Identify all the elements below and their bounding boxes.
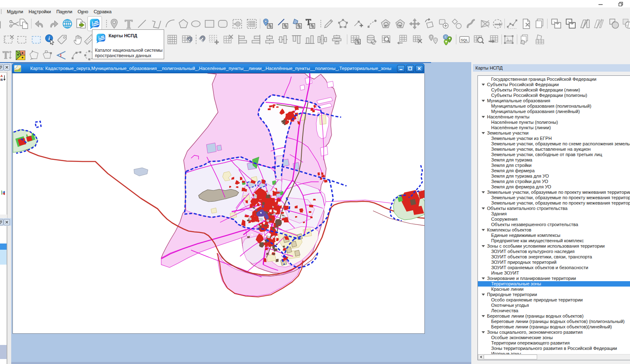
tree-group[interactable]: Комплексы объектов — [478, 227, 630, 233]
arc-button[interactable] — [163, 17, 177, 31]
tree-item[interactable]: Населённые пункты (полигоны) — [478, 120, 630, 125]
bowtie-button[interactable] — [478, 17, 492, 31]
tree-item[interactable]: Береговые линии (границы водных объектов… — [478, 324, 630, 330]
left-panel2-subselected-rows[interactable] — [0, 250, 7, 265]
tree-horizontal-scrollbar[interactable] — [478, 354, 630, 360]
tag-button[interactable] — [56, 32, 69, 46]
tree-item[interactable]: ЗОУИТ охраняемых объектов и безопасности — [478, 265, 630, 270]
line-button[interactable] — [135, 17, 149, 31]
table-search-button[interactable] — [380, 32, 393, 46]
tree-item[interactable]: ЗОУИТ объектов культурного наследия — [478, 249, 630, 254]
menu-item[interactable]: Справка — [91, 8, 114, 15]
select-shape-button[interactable] — [230, 17, 244, 31]
move-button[interactable] — [408, 17, 422, 31]
map-close-button[interactable] — [415, 65, 423, 72]
duplicate-button[interactable] — [437, 17, 451, 31]
tree-item[interactable]: Земля для фермера для УО — [478, 184, 630, 190]
pages-button[interactable] — [533, 17, 547, 31]
tree-item[interactable]: Земля для туризма — [478, 157, 630, 163]
tree-group[interactable]: Субъекты Российской Федерации — [478, 82, 630, 87]
combine-copy2-button[interactable] — [564, 17, 578, 31]
tree-item[interactable]: Территориальные зоны — [478, 281, 630, 287]
tree-item[interactable]: Территории опережающего развития — [478, 340, 630, 346]
tree-item[interactable]: Государственная граница Российской Федер… — [478, 77, 630, 82]
angle-button[interactable] — [54, 48, 68, 62]
collapse-arrow-icon[interactable] — [482, 132, 485, 134]
table-delete-button[interactable] — [411, 32, 424, 46]
polygon-table-button[interactable] — [533, 32, 547, 46]
tree-item[interactable]: ЗОУИТ объектов энергетики, связи, трансп… — [478, 254, 630, 260]
line-style-button[interactable] — [276, 17, 290, 31]
tree-item[interactable]: Земельные участки, образуемые по проекту… — [478, 200, 630, 206]
rotate-left-polygon-button[interactable] — [379, 17, 393, 31]
export-page-button[interactable] — [74, 17, 88, 31]
align-vcenter-button[interactable] — [276, 32, 290, 46]
tree-item[interactable]: Особо охраняемые природные территории — [478, 297, 630, 303]
left-panel2-content[interactable] — [0, 226, 7, 364]
distribute-h-button[interactable] — [315, 32, 329, 46]
diamond-circle-button[interactable] — [450, 17, 464, 31]
table-shift-button[interactable] — [395, 32, 409, 46]
tree-item[interactable]: Предприятие как имущественный комплекс — [478, 238, 630, 243]
menu-item[interactable]: Модули — [4, 8, 26, 15]
tree-item[interactable]: Земля для стройки для УО — [478, 179, 630, 184]
pages-polygon-button[interactable] — [518, 32, 531, 46]
text-updown-button[interactable] — [0, 48, 14, 62]
tree-group[interactable]: Береговые линии (границы водных объектов… — [478, 313, 630, 319]
grid-magnet-button[interactable] — [180, 32, 194, 46]
left-panel1-restore-icon[interactable] — [0, 64, 3, 70]
link-nodes-button[interactable] — [365, 17, 379, 31]
combine-copy-button[interactable] — [550, 17, 563, 31]
tree-item[interactable]: Здания — [478, 211, 630, 217]
polygon-button[interactable] — [177, 17, 190, 31]
distribute-v-button[interactable] — [330, 32, 344, 46]
left-panel1-content[interactable] — [0, 83, 7, 215]
map-canvas[interactable] — [12, 73, 425, 334]
tree-item[interactable]: Субъекты Российской Федерации (полигоны) — [478, 93, 630, 98]
polygon-direction-button[interactable] — [27, 48, 41, 62]
round-rect-button[interactable] — [216, 17, 230, 31]
copy-button[interactable] — [17, 17, 31, 31]
tree-item[interactable]: Особые экономические зоны — [478, 335, 630, 340]
tree-item[interactable]: Объекты незавершенного строительства — [478, 222, 630, 227]
tree-item[interactable]: Сооружения — [478, 217, 630, 222]
collapse-arrow-icon[interactable] — [482, 315, 485, 317]
graph-nodes-button[interactable] — [505, 17, 519, 31]
sort-ab-button[interactable]: A B — [0, 72, 7, 84]
tree-item[interactable]: Земельные участки, свободные от прав тре… — [478, 152, 630, 157]
tree-item[interactable]: Населённые пункты (линии) — [478, 125, 630, 130]
menu-item[interactable]: Окно — [75, 8, 91, 15]
rotate-shape-button[interactable] — [422, 17, 436, 31]
deselect-button[interactable] — [2, 32, 16, 46]
layers-tool-icon[interactable] — [0, 190, 6, 195]
combine-split-button[interactable] — [579, 17, 592, 31]
magnet-line-button[interactable] — [193, 32, 207, 46]
tree-item[interactable]: Земельные участки из ЕГРН — [478, 136, 630, 141]
select-rect-blue-button[interactable] — [29, 32, 43, 46]
tree-item[interactable]: Красные линии — [478, 287, 630, 292]
tree-item[interactable]: Земельные участки, выставленные на аукци… — [478, 147, 630, 152]
left-panel2-close-icon[interactable] — [4, 219, 10, 225]
grid-button[interactable] — [165, 32, 179, 46]
tree-item[interactable]: Единые недвижимые комплексы — [478, 233, 630, 238]
nspd-panel-header[interactable]: Карты НСПД — [473, 64, 630, 72]
tree-item[interactable]: Земельные участки, образуемые по проекту… — [478, 195, 630, 200]
table-insert-button[interactable] — [487, 32, 500, 46]
select-rect-button[interactable] — [15, 32, 29, 46]
collapse-arrow-icon[interactable] — [482, 277, 485, 280]
tree-item[interactable]: Иные ЗОУИТ — [478, 270, 630, 276]
polygon-nodes-button[interactable] — [336, 17, 350, 31]
map-minimize-button[interactable] — [397, 65, 405, 72]
grid-delete-button[interactable] — [221, 32, 235, 46]
align-bottom-button[interactable] — [303, 32, 317, 46]
tree-item[interactable]: Земельные участки, образуемые по схеме р… — [478, 141, 630, 147]
tree-group[interactable]: Муниципальные образования — [478, 98, 630, 104]
tree-group[interactable]: Природные территории — [478, 292, 630, 297]
align-hcenter-button[interactable] — [263, 32, 276, 46]
undo-button[interactable] — [33, 17, 46, 31]
globe-button[interactable] — [61, 17, 74, 31]
left-panel1-close-icon[interactable] — [4, 64, 10, 70]
collapse-arrow-icon[interactable] — [482, 245, 485, 247]
collapse-arrow-icon[interactable] — [482, 191, 485, 193]
thematic-map-button[interactable] — [14, 48, 27, 62]
